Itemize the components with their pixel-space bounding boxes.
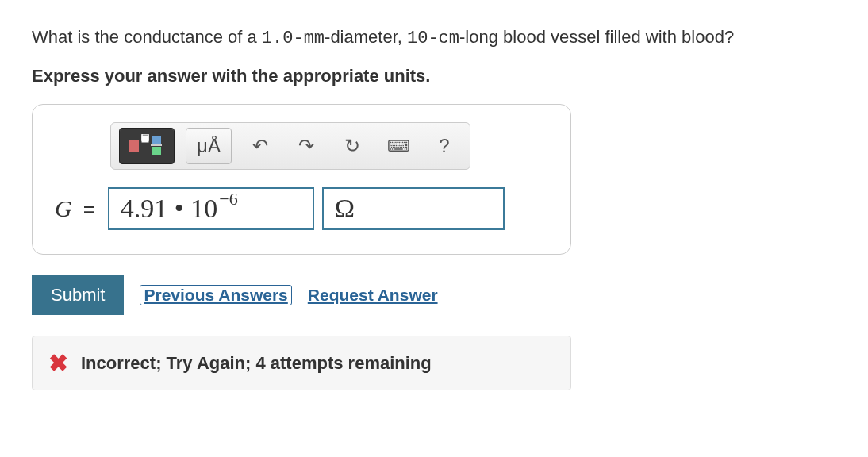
request-answer-label: Request Answer [308, 286, 438, 304]
unit-input[interactable]: Ω [322, 187, 505, 230]
question-mid1: -diameter, [325, 27, 407, 47]
value-input[interactable]: 4.91 • 10−6 [108, 187, 314, 230]
svg-rect-0 [129, 140, 139, 152]
instruction-text: Express your answer with the appropriate… [32, 66, 836, 86]
undo-icon: ↶ [252, 135, 268, 157]
answer-row: G = 4.91 • 10−6 Ω [55, 187, 548, 230]
redo-icon: ↷ [298, 135, 314, 157]
equation-toolbar: μÅ ↶ ↷ ↻ ⌨ ? [110, 122, 470, 170]
question-text: What is the conductance of a 1.0-mm-diam… [32, 24, 836, 52]
svg-rect-3 [152, 136, 161, 144]
units-button[interactable]: μÅ [186, 128, 232, 164]
dimension-2: 10-cm [407, 29, 459, 48]
equals-sign: = [83, 197, 95, 221]
reset-icon: ↻ [344, 135, 360, 157]
help-button[interactable]: ? [427, 130, 462, 162]
svg-rect-4 [152, 147, 161, 155]
unit-value: Ω [335, 194, 355, 224]
value-mantissa: 4.91 • 10 [121, 194, 217, 224]
incorrect-icon: ✖ [48, 349, 68, 377]
templates-button[interactable] [119, 128, 175, 164]
submit-label: Submit [51, 285, 105, 305]
feedback-text: Incorrect; Try Again; 4 attempts remaini… [81, 353, 432, 374]
dimension-1: 1.0-mm [262, 29, 325, 48]
reset-button[interactable]: ↻ [335, 130, 370, 162]
units-button-label: μÅ [197, 135, 221, 157]
value-exponent: −6 [219, 189, 237, 209]
keyboard-icon: ⌨ [387, 136, 410, 156]
variable-label: G [55, 195, 72, 222]
action-row: Submit Previous Answers Request Answer [32, 275, 836, 315]
feedback-box: ✖ Incorrect; Try Again; 4 attempts remai… [32, 336, 571, 390]
answer-area: μÅ ↶ ↷ ↻ ⌨ ? G = 4.91 • 10−6 Ω [32, 104, 571, 255]
previous-answers-link[interactable]: Previous Answers [140, 285, 291, 305]
previous-answers-label: Previous Answers [144, 286, 287, 304]
redo-button[interactable]: ↷ [289, 130, 324, 162]
keyboard-button[interactable]: ⌨ [381, 130, 416, 162]
submit-button[interactable]: Submit [32, 275, 124, 315]
svg-rect-1 [142, 136, 148, 142]
question-suffix: -long blood vessel filled with blood? [459, 27, 734, 47]
request-answer-link[interactable]: Request Answer [308, 286, 438, 305]
undo-button[interactable]: ↶ [243, 130, 278, 162]
help-icon: ? [439, 135, 449, 157]
question-prefix: What is the conductance of a [32, 27, 262, 47]
